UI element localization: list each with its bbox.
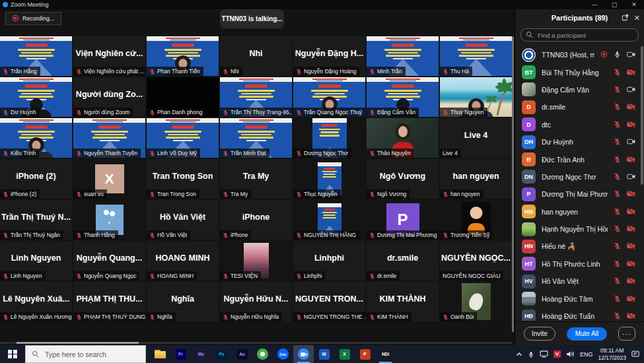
taskbar-app-ndi[interactable]: NDI — [375, 345, 396, 363]
video-tile[interactable]: HOANG MINHHOANG MINH — [147, 241, 219, 280]
participant-row[interactable]: TTNN03 (Host, me) — [515, 46, 641, 63]
video-tile[interactable]: Thảo Nguyên — [367, 118, 439, 158]
close-button[interactable]: ✕ — [624, 0, 644, 9]
video-tile[interactable]: Oanh Bùi — [440, 282, 512, 321]
video-tile[interactable]: Nguyễn Đặng H...Nguyễn Đặng Hoàng — [293, 36, 365, 76]
participant-row[interactable]: HVHồ Văn Việt — [515, 273, 641, 290]
video-tile[interactable]: Thuy Nguyen — [440, 77, 512, 117]
video-tile[interactable]: Live 4Live 4 — [440, 118, 512, 158]
participant-row[interactable]: HTHồ Thị Phước Linh — [515, 255, 641, 273]
video-tile[interactable]: Trần Thị Thụy Trang-95... — [220, 77, 292, 117]
taskbar-app-word[interactable]: W — [314, 345, 334, 363]
mute-all-button[interactable]: Mute All — [567, 327, 608, 341]
maximize-button[interactable]: ▢ — [604, 0, 624, 9]
video-tile[interactable]: Thục Nguyễn — [293, 159, 365, 199]
participant-row[interactable]: BTBùi Thị Thủy Hằng — [515, 63, 641, 81]
gallery-vertical-scrollbar[interactable] — [512, 36, 514, 332]
participant-row[interactable]: DNDương Ngọc Thơ — [515, 168, 641, 185]
video-tile[interactable]: Tran Trong SonTran Trong Son — [147, 159, 219, 199]
video-tile[interactable]: LinhphiLinhphi — [293, 241, 365, 280]
video-tile[interactable]: dr.smiledr.smile — [367, 241, 439, 280]
taskbar-app-premiere[interactable]: Pr — [170, 345, 191, 363]
video-tile[interactable]: Nguyễn Hữu N...Nguyễn Hữu Nghĩa — [220, 282, 292, 321]
video-tile[interactable]: Thu Hà — [440, 36, 512, 76]
taskbar-app-photoshop[interactable]: Ps — [211, 345, 232, 363]
video-tile[interactable]: Lê Nguyên Xuâ...Lê Nguyên Xuân Hương — [0, 282, 72, 321]
participant-row[interactable]: HNhan nguyen — [515, 203, 641, 220]
video-tile[interactable]: Nguyễn Thanh Tuyền — [73, 118, 145, 158]
close-panel-icon[interactable]: ✕ — [634, 14, 640, 22]
taskbar-app-zoom[interactable] — [293, 345, 314, 363]
participant-row[interactable]: Hạnh Nguyễn Thị Hồng — [515, 220, 641, 238]
video-tile[interactable]: Trần Hằng — [0, 36, 72, 76]
video-tile[interactable]: Xxuan vu — [73, 159, 145, 199]
video-tile[interactable]: Linh Võ Duy Mỹ — [147, 118, 219, 158]
video-tile[interactable]: Phan Thanh Tiến — [147, 36, 219, 76]
taskbar-app-file-explorer[interactable] — [150, 345, 170, 363]
video-tile[interactable]: Dư Huỳnh — [0, 77, 72, 117]
video-tile[interactable]: NGUYỄN NGỌC...NGUYỄN NGỌC GIÀU — [440, 241, 512, 280]
video-tile[interactable]: Minh Trần — [367, 36, 439, 76]
start-button[interactable] — [0, 345, 25, 363]
taskbar-app-media-encoder[interactable]: Me — [191, 345, 211, 363]
more-options-button[interactable]: ··· — [618, 327, 635, 341]
participant-row[interactable]: Hoàng Đức Tâm — [515, 290, 641, 307]
participant-row[interactable]: HNHiếu nè 🦂 — [515, 238, 641, 255]
video-tile[interactable]: Người dùng Zo...Người dùng Zoom — [73, 77, 145, 117]
video-tile[interactable]: Ngô VươngNgô Vương — [367, 159, 439, 199]
video-tile[interactable]: NGUYEN TRON...NGUYEN TRONG THE ... — [293, 282, 365, 321]
taskbar-app-coccoc[interactable] — [252, 345, 273, 363]
taskbar-app-audition[interactable]: Au — [232, 345, 252, 363]
video-tile[interactable]: Kiều Trinh — [0, 118, 72, 158]
participant-row[interactable]: Đặng Cẩm Vân — [515, 81, 641, 98]
video-tile[interactable]: han nguyenhan nguyen — [440, 159, 512, 199]
recording-indicator[interactable]: Recording... — [5, 12, 61, 25]
antivirus-v-icon[interactable]: V — [554, 350, 561, 358]
participant-row[interactable]: Ddr.smile — [515, 98, 641, 116]
video-tile[interactable]: TESI VIỆN — [220, 241, 292, 280]
speaker-icon[interactable] — [566, 350, 575, 358]
video-tile[interactable]: Đặng Cẩm Vân — [367, 77, 439, 117]
video-tile[interactable]: PDương Thị Mai Phương — [367, 200, 439, 240]
minimize-button[interactable]: — — [585, 0, 604, 9]
participant-row[interactable]: Ddtc — [515, 116, 641, 133]
video-tile[interactable]: NhiNhi — [220, 36, 292, 76]
find-participant-input[interactable] — [536, 31, 633, 40]
participant-row[interactable]: DHDư Huỳnh — [515, 133, 641, 150]
video-tile[interactable]: NGUYỄN THỊ HẰNG — [293, 200, 365, 240]
chevron-up-icon[interactable] — [516, 352, 522, 357]
video-tile[interactable]: Trần Minh Đạt — [220, 118, 292, 158]
video-tile[interactable]: NghĩaNghĩa — [147, 282, 219, 321]
pop-out-icon[interactable] — [622, 14, 629, 22]
video-tile[interactable]: KIM THÀNHKIM THÀNH — [367, 282, 439, 321]
video-tile[interactable]: Thanh Hằng — [73, 200, 145, 240]
display-icon[interactable] — [540, 350, 548, 358]
video-tile[interactable]: Viện Nghiên cứ...Viện Nghiên cứu phát ..… — [73, 36, 145, 76]
participant-row[interactable]: ĐĐức Trần Anh — [515, 150, 641, 168]
participant-row[interactable]: PDương Thị Mai Phương — [515, 185, 641, 203]
video-tile[interactable]: Nguyễn Quang...Nguyễn Quang Ngọc — [73, 241, 145, 280]
scrollbar-thumb[interactable] — [17, 342, 139, 344]
video-tile[interactable]: Hồ Văn ViệtHồ Văn Việt — [147, 200, 219, 240]
taskbar-app-excel[interactable]: X — [334, 345, 355, 363]
video-tile[interactable]: Trần Thị Thuý N...Trần Thị Thuý Ngân — [0, 200, 72, 240]
taskbar-clock[interactable]: 09:11 AM 12/17/2023 — [598, 347, 626, 361]
participant-search[interactable] — [520, 28, 639, 42]
taskbar-search[interactable] — [25, 345, 146, 363]
video-tile[interactable]: Trương Tiến Sỹ — [440, 200, 512, 240]
participant-list-scrollbar[interactable] — [641, 46, 643, 185]
video-tile[interactable]: Phan Danh phong — [147, 77, 219, 117]
video-tile[interactable]: iPhoneiPhone — [220, 200, 292, 240]
tray-mic-icon[interactable] — [528, 351, 534, 358]
participant-row[interactable]: HĐHoàng Đức Tuấn — [515, 308, 641, 321]
action-center-icon[interactable] — [631, 350, 639, 358]
video-tile[interactable]: Dương Ngọc Thơ — [293, 118, 365, 158]
language-indicator[interactable]: ENG — [580, 351, 593, 358]
video-tile[interactable]: iPhone (2)iPhone (2) — [0, 159, 72, 199]
taskbar-search-input[interactable] — [44, 350, 139, 359]
taskbar-app-powerpoint[interactable]: P — [355, 345, 375, 363]
taskbar-app-zalo[interactable]: Zalo — [273, 345, 293, 363]
video-tile[interactable]: Linh NguyenLinh Nguyen — [0, 241, 72, 280]
video-tile[interactable]: Tra MyTra My — [220, 159, 292, 199]
video-tile[interactable]: PHẠM THỊ THU...PHẠM THỊ THUỲ DUNG — [73, 282, 145, 321]
